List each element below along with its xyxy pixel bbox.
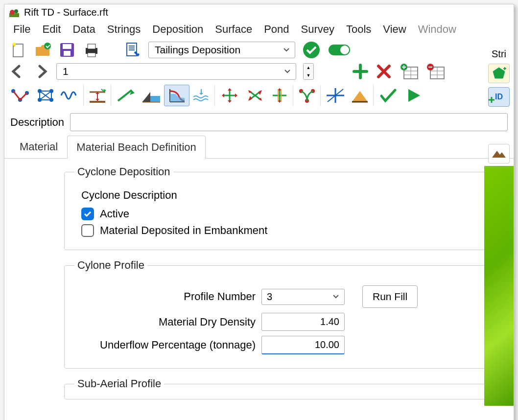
menu-edit[interactable]: Edit [36,21,67,38]
active-checkbox[interactable] [81,208,94,220]
svg-point-16 [303,42,320,58]
menu-view[interactable]: View [377,21,412,38]
toolbar-main: Tailings Deposition [4,39,514,61]
svg-rect-10 [88,44,95,49]
sub-aerial-legend: Sub-Aerial Profile [74,377,164,390]
move-4way-icon[interactable] [217,85,242,106]
nav-spinner[interactable]: ▲▼ [303,63,314,80]
save-icon[interactable] [58,41,76,59]
menu-deposition[interactable]: Deposition [146,21,209,38]
svg-point-5 [44,43,51,49]
underflow-label: Underflow Percentage (tonnage) [74,339,256,351]
axes-icon[interactable] [323,85,348,106]
menubar: File Edit Data Strings Deposition Surfac… [4,20,514,39]
add-icon[interactable] [352,63,369,80]
svg-rect-7 [63,44,71,49]
toggle-on-icon[interactable] [328,43,351,57]
polygon-add-icon[interactable] [488,64,510,83]
deposition-select-value: Tailings Deposition [155,44,240,56]
toolbar-tools [4,82,514,109]
embankment-checkbox[interactable] [81,224,94,237]
sub-aerial-group: Sub-Aerial Profile [64,377,499,399]
trend-up-icon[interactable] [113,85,139,106]
polyline-icon[interactable] [7,85,33,106]
level-measure-icon[interactable] [86,85,111,106]
terrain-icon[interactable] [488,144,510,163]
menu-tools[interactable]: Tools [340,21,377,38]
svg-rect-38 [150,96,160,102]
chevron-down-icon [283,47,290,53]
edit-document-icon[interactable] [124,41,141,59]
active-label: Active [100,208,129,220]
description-row: Description [4,109,514,135]
profile-number-value: 3 [267,291,272,302]
deposition-select[interactable]: Tailings Deposition [148,42,295,58]
app-window: Rift TD - Surface.rft File Edit Data Str… [4,4,514,420]
tabs: Material Material Beach Definition [4,135,514,159]
dry-density-input[interactable] [261,313,345,331]
cyclone-profile-legend: Cylone Profile [74,259,147,272]
profile-number-label: Profile Number [74,290,256,303]
check-icon[interactable] [376,85,401,106]
run-fill-button[interactable]: Run Fill [362,285,418,308]
forward-arrow-icon[interactable] [33,63,49,80]
svg-rect-8 [64,51,71,56]
menu-window[interactable]: Window [412,21,462,38]
svg-point-4 [13,43,16,46]
dam-section-icon[interactable] [139,85,164,106]
accept-icon[interactable] [302,41,321,59]
print-icon[interactable] [83,41,100,59]
content-area: Cyclone Deposition Cyclone Description A… [4,159,514,420]
menu-data[interactable]: Data [67,21,101,38]
terrain-preview [484,166,514,406]
chevron-down-icon [284,68,291,75]
menu-file[interactable]: File [7,21,36,38]
underflow-input[interactable] [261,336,345,354]
embankment-label: Material Deposited in Embankment [100,224,267,237]
menu-surface[interactable]: Surface [209,21,258,38]
chevron-down-icon [332,293,339,300]
stri-label: Stri [492,48,506,60]
app-icon [8,6,20,18]
nav-select[interactable]: 1 [56,63,296,80]
cyclone-description-label: Cyclone Description [81,189,489,202]
tab-material-beach-definition[interactable]: Material Beach Definition [67,136,206,159]
cyclone-profile-group: Cylone Profile Profile Number 3 Run Fill… [64,259,499,369]
move-split-icon[interactable] [268,85,293,106]
cyclone-deposition-group: Cyclone Deposition Cyclone Description A… [64,165,499,250]
back-arrow-icon[interactable] [9,63,26,80]
svg-point-18 [340,46,349,54]
menu-pond[interactable]: Pond [258,21,295,38]
description-label: Description [10,116,64,129]
profile-chart-icon[interactable] [164,85,189,106]
menu-survey[interactable]: Survey [295,21,340,38]
menu-strings[interactable]: Strings [101,21,146,38]
right-panel: Stri ID [484,48,514,163]
delete-icon[interactable] [376,63,392,80]
nav-select-value: 1 [63,66,69,77]
dry-density-label: Material Dry Density [74,316,256,328]
profile-number-select[interactable]: 3 [261,289,345,305]
dam-fill-icon[interactable] [348,85,374,106]
svg-point-2 [14,9,18,13]
id-add-icon[interactable]: ID [488,87,510,107]
titlebar: Rift TD - Surface.rft [4,4,514,20]
mesh-icon[interactable] [33,85,58,106]
cyclone-deposition-legend: Cyclone Deposition [74,165,173,178]
remove-grid-icon[interactable] [425,63,445,80]
new-file-icon[interactable] [9,41,27,59]
play-icon[interactable] [401,85,426,106]
water-level-icon[interactable] [189,85,215,106]
open-folder-icon[interactable] [34,41,51,59]
waveform-icon[interactable] [58,85,84,106]
svg-rect-11 [88,53,95,57]
move-diagonal-icon[interactable] [242,85,268,106]
tab-material[interactable]: Material [10,135,67,158]
add-grid-icon[interactable] [399,63,419,80]
window-title: Rift TD - Surface.rft [24,7,108,18]
description-input[interactable] [70,113,508,131]
node-branch-icon[interactable] [295,85,321,106]
svg-point-1 [10,10,15,15]
toolbar-nav: 1 ▲▼ [4,61,514,82]
